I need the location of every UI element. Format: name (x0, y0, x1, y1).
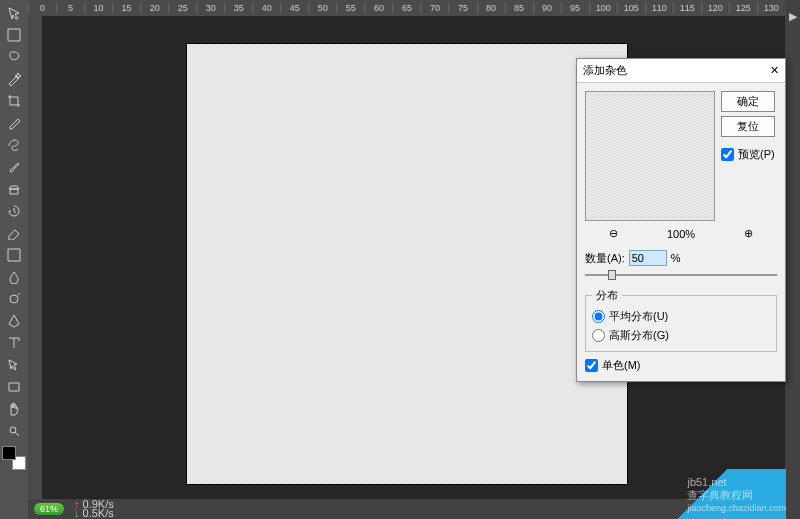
ruler-tick: 20 (140, 3, 168, 13)
add-noise-dialog: 添加杂色 ✕ 确定 复位 预览(P) ⊖ 100% ⊕ 数量(A): % (576, 58, 786, 382)
magic-wand-tool[interactable] (3, 69, 25, 89)
gaussian-label: 高斯分布(G) (609, 328, 669, 343)
ruler-tick: 75 (448, 3, 476, 13)
download-speed: 0.5K/s (74, 509, 114, 518)
brush-tool[interactable] (3, 157, 25, 177)
ruler-tick: 105 (617, 3, 645, 13)
ruler-tick: 85 (505, 3, 533, 13)
uniform-radio-row[interactable]: 平均分布(U) (592, 307, 770, 326)
move-tool[interactable] (3, 3, 25, 23)
dodge-tool[interactable] (3, 289, 25, 309)
preview-checkbox-row[interactable]: 预览(P) (721, 147, 775, 162)
ruler-vertical (28, 16, 42, 519)
ruler-tick: 55 (336, 3, 364, 13)
ruler-tick: 10 (84, 3, 112, 13)
clone-stamp-tool[interactable] (3, 179, 25, 199)
right-panel-strip[interactable]: ▶ (785, 0, 800, 519)
eraser-tool[interactable] (3, 223, 25, 243)
status-bar: 61% 0.9K/s 0.5K/s (28, 499, 785, 519)
ruler-tick: 65 (392, 3, 420, 13)
zoom-percent: 100% (667, 228, 695, 240)
ruler-tick: 80 (477, 3, 505, 13)
ruler-tick: 35 (224, 3, 252, 13)
ruler-tick: 45 (280, 3, 308, 13)
expand-panels-icon[interactable]: ▶ (785, 0, 800, 23)
distribution-legend: 分布 (592, 288, 622, 303)
ruler-tick: 100 (589, 3, 617, 13)
gaussian-radio-row[interactable]: 高斯分布(G) (592, 326, 770, 345)
dialog-title-text: 添加杂色 (583, 63, 627, 78)
monochrome-row[interactable]: 单色(M) (585, 358, 777, 373)
ruler-tick: 0 (28, 3, 56, 13)
ruler-tick: 30 (196, 3, 224, 13)
hand-tool[interactable] (3, 399, 25, 419)
ruler-tick: 90 (533, 3, 561, 13)
history-brush-tool[interactable] (3, 201, 25, 221)
amount-slider[interactable] (585, 270, 777, 280)
ruler-tick: 130 (757, 3, 785, 13)
preview-checkbox[interactable] (721, 148, 734, 161)
ok-button[interactable]: 确定 (721, 91, 775, 112)
preview-checkbox-label: 预览(P) (738, 147, 775, 162)
ruler-tick: 60 (364, 3, 392, 13)
ruler-tick: 50 (308, 3, 336, 13)
marquee-tool[interactable] (3, 25, 25, 45)
close-icon[interactable]: ✕ (770, 64, 779, 77)
amount-input[interactable] (629, 250, 667, 266)
foreground-color[interactable] (2, 446, 16, 460)
noise-preview[interactable] (585, 91, 715, 221)
dialog-titlebar[interactable]: 添加杂色 ✕ (577, 59, 785, 83)
slider-thumb-icon[interactable] (608, 270, 616, 280)
crop-tool[interactable] (3, 91, 25, 111)
ruler-tick: 15 (112, 3, 140, 13)
path-selection-tool[interactable] (3, 355, 25, 375)
rectangle-tool[interactable] (3, 377, 25, 397)
document-canvas[interactable] (187, 44, 627, 484)
zoom-tool[interactable] (3, 421, 25, 441)
zoom-in-icon[interactable]: ⊕ (744, 227, 753, 240)
network-info: 0.9K/s 0.5K/s (74, 500, 114, 518)
uniform-label: 平均分布(U) (609, 309, 668, 324)
network-badge: 61% (34, 503, 64, 515)
distribution-group: 分布 平均分布(U) 高斯分布(G) (585, 288, 777, 352)
ruler-tick: 95 (561, 3, 589, 13)
uniform-radio[interactable] (592, 310, 605, 323)
ruler-tick: 120 (701, 3, 729, 13)
lasso-tool[interactable] (3, 47, 25, 67)
ruler-tick: 110 (645, 3, 673, 13)
reset-button[interactable]: 复位 (721, 116, 775, 137)
amount-label: 数量(A): (585, 251, 625, 266)
ruler-tick: 25 (168, 3, 196, 13)
pen-tool[interactable] (3, 311, 25, 331)
type-tool[interactable] (3, 333, 25, 353)
ruler-tick: 70 (420, 3, 448, 13)
monochrome-checkbox[interactable] (585, 359, 598, 372)
monochrome-label: 单色(M) (602, 358, 641, 373)
gradient-tool[interactable] (3, 245, 25, 265)
foreground-background-swatch[interactable] (2, 446, 26, 470)
eyedropper-tool[interactable] (3, 113, 25, 133)
zoom-out-icon[interactable]: ⊖ (609, 227, 618, 240)
amount-unit: % (671, 252, 681, 264)
ruler-tick: 125 (729, 3, 757, 13)
ruler-horizontal: 0510152025303540455055606570758085909510… (28, 0, 785, 16)
healing-brush-tool[interactable] (3, 135, 25, 155)
toolbox (0, 0, 28, 519)
ruler-tick: 115 (673, 3, 701, 13)
ruler-tick: 40 (252, 3, 280, 13)
ruler-tick: 5 (56, 3, 84, 13)
gaussian-radio[interactable] (592, 329, 605, 342)
blur-tool[interactable] (3, 267, 25, 287)
